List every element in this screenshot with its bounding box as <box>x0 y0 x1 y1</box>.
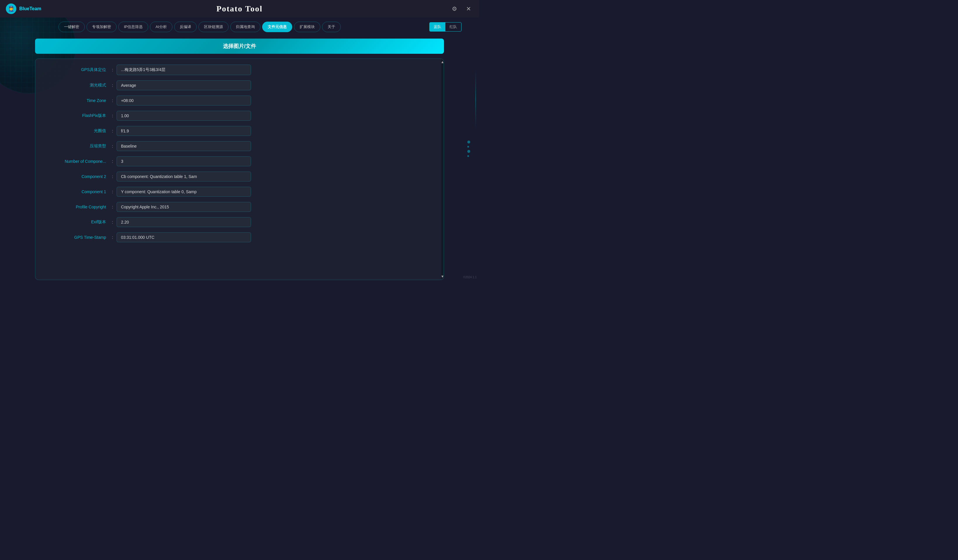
nav-tab-file-meta[interactable]: 文件元信息 <box>262 22 292 32</box>
data-row-gps-timestamp: GPS Time-Stamp:03:31:01.000 UTC <box>44 232 435 242</box>
field-colon-component1: : <box>108 189 117 194</box>
data-row-component1: Component 1:Y component: Quantization ta… <box>44 187 435 197</box>
field-colon-gps-timestamp: : <box>108 235 117 240</box>
field-label-num-components: Number of Compone... <box>44 159 108 164</box>
field-colon-time-zone: : <box>108 98 117 103</box>
bg-dots-decoration <box>467 141 470 157</box>
field-label-aperture: 光圈值 <box>44 128 108 133</box>
field-value-exif-version[interactable]: 2.20 <box>117 217 251 227</box>
team-toggle: 蓝队 红队 <box>429 22 462 32</box>
field-colon-component2: : <box>108 174 117 179</box>
nav-tab-decode[interactable]: 一键解密 <box>59 22 85 32</box>
data-row-profile-copyright: Profile Copyright:Copyright Apple Inc., … <box>44 202 435 212</box>
nav-tab-ai-analysis[interactable]: AI分析 <box>150 22 172 32</box>
data-row-exif-version: Exif版本:2.20 <box>44 217 435 227</box>
nav-tab-blockchain[interactable]: 区块链溯源 <box>198 22 228 32</box>
app-branding: 👮 BlueTeam <box>6 3 41 14</box>
data-panel: GPS具体定位:...梅龙路5弄1号3栋3/4层测光模式:AverageTime… <box>35 59 444 280</box>
nav-tab-decompile[interactable]: 反编译 <box>174 22 197 32</box>
nav-tab-about[interactable]: 关于 <box>322 22 341 32</box>
data-row-compression-type: 压缩类型:Baseline <box>44 141 435 151</box>
field-label-component1: Component 1 <box>44 189 108 194</box>
field-label-gps-timestamp: GPS Time-Stamp <box>44 235 108 240</box>
scroll-indicator: ▲ ▼ <box>441 59 444 280</box>
field-colon-compression-type: : <box>108 144 117 149</box>
field-label-exif-version: Exif版本 <box>44 219 108 225</box>
field-colon-flashpix-version: : <box>108 113 117 118</box>
field-colon-exif-version: : <box>108 220 117 224</box>
content-area: 选择图片/文件 GPS具体定位:...梅龙路5弄1号3栋3/4层测光模式:Ave… <box>0 38 479 280</box>
field-label-metering-mode: 测光模式 <box>44 83 108 88</box>
nav-tab-ip-filter[interactable]: IP信息筛选 <box>118 22 148 32</box>
field-value-num-components[interactable]: 3 <box>117 156 251 166</box>
dot-2 <box>467 146 469 148</box>
field-value-metering-mode[interactable]: Average <box>117 80 251 90</box>
nav-tabs: 一键解密专项加解密IP信息筛选AI分析反编译区块链溯源归属地查询文件元信息扩展模… <box>59 22 341 32</box>
data-row-time-zone: Time Zone:+08:00 <box>44 95 435 106</box>
field-colon-metering-mode: : <box>108 83 117 88</box>
field-label-component2: Component 2 <box>44 174 108 179</box>
nav-tab-location[interactable]: 归属地查询 <box>230 22 260 32</box>
nav-tab-extensions[interactable]: 扩展模块 <box>294 22 320 32</box>
field-colon-profile-copyright: : <box>108 205 117 209</box>
field-label-gps-location: GPS具体定位 <box>44 67 108 73</box>
nav-tab-special-decode[interactable]: 专项加解密 <box>87 22 117 32</box>
field-label-flashpix-version: FlashPix版本 <box>44 113 108 118</box>
field-value-time-zone[interactable]: +08:00 <box>117 95 251 106</box>
field-value-gps-location[interactable]: ...梅龙路5弄1号3栋3/4层 <box>117 65 251 75</box>
field-colon-gps-location: : <box>108 68 117 72</box>
settings-button[interactable]: ⚙ <box>450 4 459 13</box>
field-label-time-zone: Time Zone <box>44 98 108 103</box>
field-label-compression-type: 压缩类型 <box>44 143 108 149</box>
data-row-component2: Component 2:Cb component: Quantization t… <box>44 171 435 181</box>
field-value-flashpix-version[interactable]: 1.00 <box>117 111 251 121</box>
nav-wrapper: 一键解密专项加解密IP信息筛选AI分析反编译区块链溯源归属地查询文件元信息扩展模… <box>0 22 479 32</box>
data-row-flashpix-version: FlashPix版本:1.00 <box>44 111 435 121</box>
data-row-aperture: 光圈值:f/1.9 <box>44 126 435 136</box>
field-value-gps-timestamp[interactable]: 03:31:01.000 UTC <box>117 232 251 242</box>
app-icon: 👮 <box>6 3 16 14</box>
close-button[interactable]: ✕ <box>464 4 473 13</box>
window-controls: ⚙ ✕ <box>450 4 473 13</box>
version-text: ©2024 1.1 <box>463 276 477 279</box>
field-value-aperture[interactable]: f/1.9 <box>117 126 251 136</box>
dot-3 <box>467 150 470 153</box>
data-scroll-area[interactable]: GPS具体定位:...梅龙路5弄1号3栋3/4层测光模式:AverageTime… <box>35 59 444 280</box>
scroll-up-icon[interactable]: ▲ <box>439 59 444 65</box>
bg-lines-decoration <box>475 70 476 128</box>
field-value-component2[interactable]: Cb component: Quantization table 1, Sam <box>117 171 251 181</box>
dot-1 <box>467 141 470 143</box>
title-bar: 👮 BlueTeam Potato Tool ⚙ ✕ <box>0 0 479 17</box>
field-colon-num-components: : <box>108 159 117 164</box>
field-label-profile-copyright: Profile Copyright <box>44 205 108 209</box>
field-colon-aperture: : <box>108 128 117 133</box>
data-row-metering-mode: 测光模式:Average <box>44 80 435 90</box>
field-value-compression-type[interactable]: Baseline <box>117 141 251 151</box>
data-row-gps-location: GPS具体定位:...梅龙路5弄1号3栋3/4层 <box>44 65 435 75</box>
app-title: Potato Tool <box>216 4 262 13</box>
file-select-button[interactable]: 选择图片/文件 <box>35 38 444 54</box>
field-value-component1[interactable]: Y component: Quantization table 0, Samp <box>117 187 251 197</box>
app-name: BlueTeam <box>19 6 41 11</box>
team-red-button[interactable]: 红队 <box>446 22 461 31</box>
dot-4 <box>467 155 469 157</box>
data-row-num-components: Number of Compone...:3 <box>44 156 435 166</box>
team-blue-button[interactable]: 蓝队 <box>430 22 446 31</box>
field-value-profile-copyright[interactable]: Copyright Apple Inc., 2015 <box>117 202 251 212</box>
scroll-down-icon[interactable]: ▼ <box>439 273 444 280</box>
